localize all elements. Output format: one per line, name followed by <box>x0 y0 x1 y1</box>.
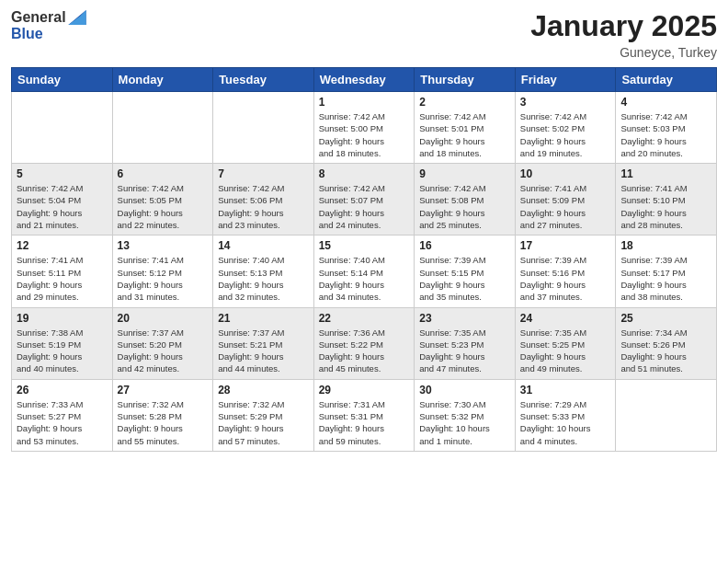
day-number: 20 <box>118 312 209 325</box>
day-number: 1 <box>319 96 410 109</box>
day-info: Sunrise: 7:40 AM Sunset: 5:13 PM Dayligh… <box>218 254 309 303</box>
calendar-cell: 29Sunrise: 7:31 AM Sunset: 5:31 PM Dayli… <box>313 379 415 451</box>
column-header-sunday: Sunday <box>12 68 113 92</box>
location: Guneyce, Turkey <box>530 45 717 60</box>
calendar-cell: 18Sunrise: 7:39 AM Sunset: 5:17 PM Dayli… <box>616 236 717 307</box>
day-info: Sunrise: 7:42 AM Sunset: 5:00 PM Dayligh… <box>319 110 410 159</box>
day-number: 12 <box>17 239 108 252</box>
day-info: Sunrise: 7:41 AM Sunset: 5:09 PM Dayligh… <box>520 182 611 231</box>
day-number: 7 <box>218 167 309 180</box>
day-number: 23 <box>419 312 510 325</box>
logo: General Blue <box>11 9 86 42</box>
day-number: 10 <box>520 167 611 180</box>
column-header-monday: Monday <box>112 68 213 92</box>
column-header-tuesday: Tuesday <box>213 68 314 92</box>
day-number: 30 <box>419 384 510 396</box>
day-info: Sunrise: 7:41 AM Sunset: 5:11 PM Dayligh… <box>17 254 108 303</box>
day-number: 6 <box>118 167 209 180</box>
day-number: 28 <box>218 384 309 396</box>
day-info: Sunrise: 7:42 AM Sunset: 5:08 PM Dayligh… <box>419 182 510 231</box>
calendar-cell: 24Sunrise: 7:35 AM Sunset: 5:25 PM Dayli… <box>515 307 616 379</box>
calendar-cell: 26Sunrise: 7:33 AM Sunset: 5:27 PM Dayli… <box>12 379 113 451</box>
day-number: 31 <box>520 384 611 396</box>
calendar-cell: 1Sunrise: 7:42 AM Sunset: 5:00 PM Daylig… <box>313 92 415 164</box>
day-info: Sunrise: 7:29 AM Sunset: 5:33 PM Dayligh… <box>520 398 611 447</box>
day-info: Sunrise: 7:42 AM Sunset: 5:06 PM Dayligh… <box>218 182 309 231</box>
day-number: 22 <box>319 312 410 325</box>
day-info: Sunrise: 7:37 AM Sunset: 5:21 PM Dayligh… <box>218 327 309 375</box>
column-header-wednesday: Wednesday <box>313 68 415 92</box>
day-info: Sunrise: 7:39 AM Sunset: 5:16 PM Dayligh… <box>520 254 611 303</box>
logo-icon <box>68 10 86 25</box>
day-number: 9 <box>419 167 510 180</box>
column-header-thursday: Thursday <box>415 68 516 92</box>
day-number: 4 <box>620 96 711 109</box>
day-number: 3 <box>520 96 611 109</box>
day-number: 26 <box>17 384 108 396</box>
calendar-cell: 5Sunrise: 7:42 AM Sunset: 5:04 PM Daylig… <box>12 164 113 236</box>
day-number: 27 <box>118 384 209 396</box>
calendar-cell: 30Sunrise: 7:30 AM Sunset: 5:32 PM Dayli… <box>415 379 516 451</box>
calendar-week-row: 19Sunrise: 7:38 AM Sunset: 5:19 PM Dayli… <box>12 307 717 379</box>
day-number: 24 <box>520 312 611 325</box>
month-title: January 2025 <box>530 9 717 43</box>
day-info: Sunrise: 7:32 AM Sunset: 5:28 PM Dayligh… <box>118 398 209 447</box>
calendar-cell <box>616 379 717 451</box>
day-info: Sunrise: 7:37 AM Sunset: 5:20 PM Dayligh… <box>118 327 209 375</box>
calendar-cell: 27Sunrise: 7:32 AM Sunset: 5:28 PM Dayli… <box>112 379 213 451</box>
day-info: Sunrise: 7:35 AM Sunset: 5:25 PM Dayligh… <box>520 327 611 375</box>
calendar-table: SundayMondayTuesdayWednesdayThursdayFrid… <box>11 67 717 452</box>
day-info: Sunrise: 7:41 AM Sunset: 5:12 PM Dayligh… <box>118 254 209 303</box>
day-number: 13 <box>118 239 209 252</box>
day-number: 18 <box>620 239 711 252</box>
logo-blue-text: Blue <box>11 26 43 41</box>
calendar-week-row: 1Sunrise: 7:42 AM Sunset: 5:00 PM Daylig… <box>12 92 717 164</box>
day-number: 2 <box>419 96 510 109</box>
calendar-cell: 2Sunrise: 7:42 AM Sunset: 5:01 PM Daylig… <box>415 92 516 164</box>
day-number: 16 <box>419 239 510 252</box>
day-info: Sunrise: 7:42 AM Sunset: 5:01 PM Dayligh… <box>419 110 510 159</box>
calendar-cell: 31Sunrise: 7:29 AM Sunset: 5:33 PM Dayli… <box>515 379 616 451</box>
calendar-cell: 21Sunrise: 7:37 AM Sunset: 5:21 PM Dayli… <box>213 307 314 379</box>
day-info: Sunrise: 7:36 AM Sunset: 5:22 PM Dayligh… <box>319 327 410 375</box>
calendar-cell: 19Sunrise: 7:38 AM Sunset: 5:19 PM Dayli… <box>12 307 113 379</box>
day-info: Sunrise: 7:38 AM Sunset: 5:19 PM Dayligh… <box>17 327 108 375</box>
calendar-cell: 17Sunrise: 7:39 AM Sunset: 5:16 PM Dayli… <box>515 236 616 307</box>
day-info: Sunrise: 7:42 AM Sunset: 5:02 PM Dayligh… <box>520 110 611 159</box>
calendar-week-row: 5Sunrise: 7:42 AM Sunset: 5:04 PM Daylig… <box>12 164 717 236</box>
day-info: Sunrise: 7:35 AM Sunset: 5:23 PM Dayligh… <box>419 327 510 375</box>
calendar-cell: 16Sunrise: 7:39 AM Sunset: 5:15 PM Dayli… <box>415 236 516 307</box>
day-info: Sunrise: 7:42 AM Sunset: 5:07 PM Dayligh… <box>319 182 410 231</box>
day-info: Sunrise: 7:42 AM Sunset: 5:03 PM Dayligh… <box>620 110 711 159</box>
header: General Blue January 2025 Guneyce, Turke… <box>11 9 717 60</box>
calendar-week-row: 12Sunrise: 7:41 AM Sunset: 5:11 PM Dayli… <box>12 236 717 307</box>
calendar-cell: 6Sunrise: 7:42 AM Sunset: 5:05 PM Daylig… <box>112 164 213 236</box>
calendar-cell <box>213 92 314 164</box>
calendar-week-row: 26Sunrise: 7:33 AM Sunset: 5:27 PM Dayli… <box>12 379 717 451</box>
calendar-cell <box>12 92 113 164</box>
day-number: 17 <box>520 239 611 252</box>
calendar-cell: 4Sunrise: 7:42 AM Sunset: 5:03 PM Daylig… <box>616 92 717 164</box>
day-number: 15 <box>319 239 410 252</box>
day-info: Sunrise: 7:31 AM Sunset: 5:31 PM Dayligh… <box>319 398 410 447</box>
page: General Blue January 2025 Guneyce, Turke… <box>0 0 728 563</box>
calendar-cell: 11Sunrise: 7:41 AM Sunset: 5:10 PM Dayli… <box>616 164 717 236</box>
column-header-saturday: Saturday <box>616 68 717 92</box>
column-header-friday: Friday <box>515 68 616 92</box>
day-number: 19 <box>17 312 108 325</box>
calendar-cell: 25Sunrise: 7:34 AM Sunset: 5:26 PM Dayli… <box>616 307 717 379</box>
calendar-cell: 23Sunrise: 7:35 AM Sunset: 5:23 PM Dayli… <box>415 307 516 379</box>
day-info: Sunrise: 7:39 AM Sunset: 5:17 PM Dayligh… <box>620 254 711 303</box>
day-number: 29 <box>319 384 410 396</box>
day-number: 8 <box>319 167 410 180</box>
calendar-cell: 3Sunrise: 7:42 AM Sunset: 5:02 PM Daylig… <box>515 92 616 164</box>
day-number: 21 <box>218 312 309 325</box>
day-number: 11 <box>620 167 711 180</box>
day-info: Sunrise: 7:32 AM Sunset: 5:29 PM Dayligh… <box>218 398 309 447</box>
calendar-cell: 12Sunrise: 7:41 AM Sunset: 5:11 PM Dayli… <box>12 236 113 307</box>
calendar-cell: 10Sunrise: 7:41 AM Sunset: 5:09 PM Dayli… <box>515 164 616 236</box>
day-info: Sunrise: 7:40 AM Sunset: 5:14 PM Dayligh… <box>319 254 410 303</box>
calendar-cell: 7Sunrise: 7:42 AM Sunset: 5:06 PM Daylig… <box>213 164 314 236</box>
calendar-cell: 15Sunrise: 7:40 AM Sunset: 5:14 PM Dayli… <box>313 236 415 307</box>
calendar-cell: 9Sunrise: 7:42 AM Sunset: 5:08 PM Daylig… <box>415 164 516 236</box>
